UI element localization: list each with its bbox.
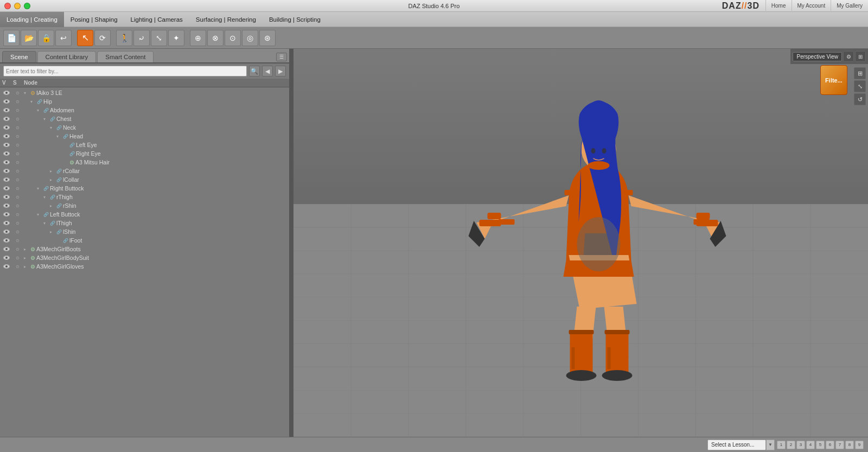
perspective-view-label[interactable]: Perspective View [793, 52, 842, 61]
tree-row[interactable]: ⊙🔗Left Eye [0, 141, 289, 149]
scale-button[interactable]: ⤡ [151, 30, 167, 46]
zoom-fit-button[interactable]: ⤡ [854, 80, 866, 92]
maximize-button[interactable] [24, 3, 30, 9]
visibility-toggle[interactable] [1, 230, 12, 234]
bone1-button[interactable]: ⊗ [207, 30, 224, 46]
viewport-fullscreen-button[interactable]: ⊞ [855, 51, 866, 62]
joint-button[interactable]: ⊕ [190, 30, 206, 46]
lesson-dropdown-arrow[interactable]: ▼ [766, 440, 775, 450]
lesson-page-9[interactable]: 9 [855, 441, 864, 449]
expand-arrow[interactable]: ▾ [24, 91, 29, 96]
visibility-toggle[interactable] [1, 256, 12, 260]
tree-row[interactable]: ⊙▸⚙A3MechGirlBoots [0, 245, 289, 253]
lesson-page-3[interactable]: 3 [796, 441, 805, 449]
select-toggle[interactable]: ⊙ [12, 186, 23, 191]
new-button[interactable]: 📄 [3, 30, 20, 46]
home-link[interactable]: Home [765, 0, 792, 12]
tree-row[interactable]: ⊙▾🔗rThigh [0, 193, 289, 201]
visibility-toggle[interactable] [1, 134, 12, 138]
visibility-toggle[interactable] [1, 169, 12, 173]
visibility-toggle[interactable] [1, 247, 12, 251]
tree-row[interactable]: ⊙▾🔗Left Buttock [0, 210, 289, 219]
select-toggle[interactable]: ⊙ [12, 212, 23, 217]
expand-arrow[interactable]: ▸ [24, 247, 29, 252]
visibility-toggle[interactable] [1, 177, 12, 182]
menu-building-scripting[interactable]: Building | Scripting [263, 12, 327, 27]
select-toggle[interactable]: ⊙ [12, 256, 23, 260]
lesson-page-1[interactable]: 1 [777, 441, 786, 449]
rotate-select-button[interactable]: ⟳ [94, 30, 111, 46]
menu-posing-shaping[interactable]: Posing | Shaping [64, 12, 124, 27]
tree-row[interactable]: ⊙▾🔗Head [0, 132, 289, 141]
tree-row[interactable]: ⊙⚙A3 Mitsu Hair [0, 158, 289, 167]
select-toggle[interactable]: ⊙ [12, 151, 23, 156]
minimize-button[interactable] [14, 3, 21, 9]
select-toggle[interactable]: ⊙ [12, 203, 23, 208]
expand-arrow[interactable]: ▾ [37, 186, 42, 191]
bone2-button[interactable]: ⊙ [225, 30, 241, 46]
expand-arrow[interactable]: ▾ [43, 117, 49, 122]
tree-row[interactable]: ⊙▾⚙IAiko 3 LE [0, 88, 289, 97]
panel-menu-button[interactable]: ☰ [276, 53, 287, 61]
select-toggle[interactable]: ⊙ [12, 91, 23, 96]
expand-arrow[interactable]: ▾ [37, 108, 42, 113]
select-toggle[interactable]: ⊙ [12, 264, 23, 269]
account-link[interactable]: My Account [792, 0, 831, 12]
expand-arrow[interactable]: ▸ [50, 169, 55, 174]
select-toggle[interactable]: ⊙ [12, 108, 23, 113]
visibility-toggle[interactable] [1, 151, 12, 156]
select-toggle[interactable]: ⊙ [12, 125, 23, 130]
lesson-page-2[interactable]: 2 [787, 441, 795, 449]
expand-arrow[interactable]: ▸ [50, 177, 55, 182]
expand-arrow[interactable]: ▾ [30, 99, 36, 104]
tree-row[interactable]: ⊙▸🔗rCollar [0, 167, 289, 175]
lesson-select[interactable]: Select a Lesson... [707, 440, 766, 450]
visibility-toggle[interactable] [1, 91, 12, 95]
select-toggle[interactable]: ⊙ [12, 134, 23, 139]
transform-button[interactable]: ✦ [168, 30, 184, 46]
select-tool-button[interactable]: ↖ [77, 30, 93, 46]
move-person-button[interactable]: 🚶 [116, 30, 132, 46]
visibility-toggle[interactable] [1, 212, 12, 217]
tree-row[interactable]: ⊙▸🔗lCollar [0, 175, 289, 184]
expand-arrow[interactable]: ▾ [37, 212, 42, 217]
select-toggle[interactable]: ⊙ [12, 99, 23, 104]
visibility-toggle[interactable] [1, 125, 12, 130]
visibility-toggle[interactable] [1, 264, 12, 269]
tree-row[interactable]: ⊙▸🔗lShin [0, 227, 289, 236]
visibility-toggle[interactable] [1, 108, 12, 112]
visibility-toggle[interactable] [1, 160, 12, 164]
visibility-toggle[interactable] [1, 143, 12, 147]
expand-tool-button[interactable]: ⊞ [854, 67, 866, 79]
tab-smart-content[interactable]: Smart Content [97, 51, 154, 62]
reset-view-button[interactable]: ↺ [854, 93, 866, 105]
visibility-toggle[interactable] [1, 238, 12, 243]
select-toggle[interactable]: ⊙ [12, 143, 23, 148]
menu-lighting-cameras[interactable]: Lighting | Cameras [124, 12, 189, 27]
expand-arrow[interactable]: ▾ [56, 134, 62, 139]
tree-row[interactable]: ⊙▾🔗Right Buttock [0, 184, 289, 193]
tree-row[interactable]: ⊙▾🔗lThigh [0, 219, 289, 227]
lesson-page-4[interactable]: 4 [806, 441, 815, 449]
locked-button[interactable]: 🔒 [38, 30, 54, 46]
expand-arrow[interactable]: ▸ [50, 230, 55, 234]
tree-row[interactable]: ⊙▾🔗Neck [0, 123, 289, 132]
lesson-page-6[interactable]: 6 [826, 441, 834, 449]
tab-content-library[interactable]: Content Library [37, 51, 97, 62]
select-toggle[interactable]: ⊙ [12, 160, 23, 165]
viewport[interactable]: Perspective View ⚙ ⊞ Filte... ⊞ ⤡ ↺ [293, 49, 868, 437]
prev-result-button[interactable]: ◀ [262, 66, 273, 77]
menu-surfacing-rendering[interactable]: Surfacing | Rendering [189, 12, 263, 27]
visibility-toggle[interactable] [1, 99, 12, 104]
menu-loading-creating[interactable]: Loading | Creating [0, 12, 64, 27]
bend-button[interactable]: ⤾ [133, 30, 150, 46]
tree-row[interactable]: ⊙🔗lFoot [0, 236, 289, 245]
tree-row[interactable]: ⊙▸⚙A3MechGirlGloves [0, 262, 289, 271]
expand-arrow[interactable]: ▸ [50, 203, 55, 208]
visibility-toggle[interactable] [1, 203, 12, 208]
tree-row[interactable]: ⊙▸⚙A3MechGirlBodySuit [0, 253, 289, 262]
bone3-button[interactable]: ◎ [242, 30, 258, 46]
expand-arrow[interactable]: ▸ [24, 264, 29, 269]
expand-arrow[interactable]: ▾ [50, 125, 55, 130]
lesson-page-7[interactable]: 7 [835, 441, 844, 449]
